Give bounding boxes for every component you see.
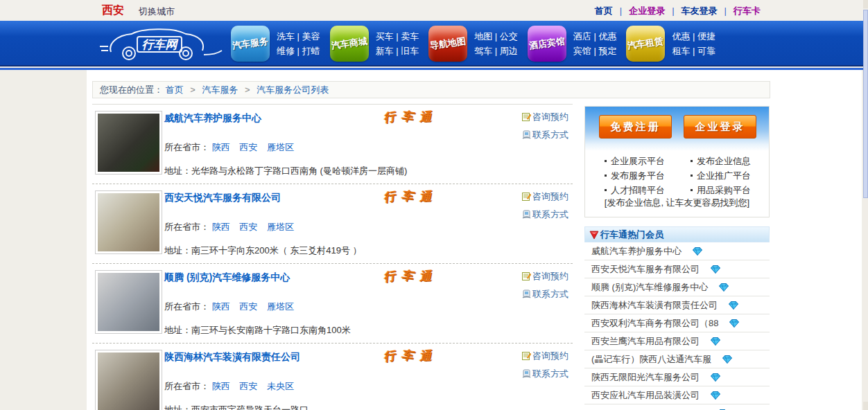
region-city-link[interactable]: 西安 [239, 142, 257, 152]
nav-sublink[interactable]: 驾车 | 周边 [474, 44, 518, 58]
member-row[interactable]: 西安应礼汽车用品装潢公司 [584, 386, 770, 404]
consult-booking-link[interactable]: 咨询预约 [522, 270, 578, 283]
consult-booking-link[interactable]: 咨询预约 [522, 350, 578, 362]
region-city-link[interactable]: 西安 [239, 301, 257, 312]
member-row[interactable]: 威航汽车养护服务中心 [584, 242, 770, 260]
member-row[interactable]: 顺腾 (别克)汽车维修服务中心 [584, 278, 770, 296]
breadcrumb-separator: > [245, 84, 250, 95]
top-link-company-login[interactable]: 企业登录 [629, 6, 665, 16]
company-login-button[interactable]: 企业登录 [684, 115, 756, 139]
contact-info-link[interactable]: 联系方式 [522, 368, 578, 380]
listing-title-link[interactable]: 陕西海林汽车装潢有限责任公司 [164, 351, 300, 364]
nav-group-services: 汽车服务 洗车 | 美容 维修 | 打蜡 [231, 26, 320, 62]
breadcrumb-car-services[interactable]: 汽车服务 [202, 84, 238, 95]
region-district-link[interactable]: 雁塔区 [267, 142, 294, 152]
nav-sublink[interactable]: 酒店 | 优惠 [573, 29, 617, 44]
listing-item: 西安天悦汽车服务有限公司 行车通 咨询预约 联系方式 所在省市： 陕西 西安 雁… [92, 184, 573, 264]
nav-sublinks: 洗车 | 美容 维修 | 打蜡 [277, 29, 320, 58]
listing-title-link[interactable]: 顺腾 (别克)汽车维修服务中心 [164, 271, 290, 284]
contact-info-link[interactable]: 联系方式 [522, 288, 578, 301]
listing-photo[interactable] [95, 190, 162, 254]
nav-button-car-services[interactable]: 汽车服务 [231, 26, 270, 62]
listing-title-link[interactable]: 西安天悦汽车服务有限公司 [164, 192, 281, 204]
listing-photo[interactable] [95, 350, 162, 410]
switch-city-link[interactable]: 切换城市 [139, 6, 175, 18]
nav-button-hotel[interactable]: 酒店宾馆 [528, 26, 566, 62]
feature-item: 企业展示平台 [605, 154, 665, 168]
xingchetong-badge-icon: 行车通 [383, 268, 467, 284]
nav-group-rental: 汽车租赁 优惠 | 便捷 租车 | 可靠 [626, 26, 715, 62]
consult-booking-link[interactable]: 咨询预约 [522, 190, 578, 203]
note-pencil-icon [522, 112, 531, 121]
region-province-link[interactable]: 陕西 [212, 222, 230, 232]
diamond-icon [729, 319, 739, 328]
member-row[interactable]: 西安兰鹰汽车用品有限公司 [584, 332, 770, 350]
region-district-link[interactable]: 雁塔区 [267, 301, 294, 312]
diamond-icon [722, 355, 732, 364]
nav-sublinks: 买车 | 卖车 新车 | 旧车 [376, 29, 419, 58]
nav-sublink[interactable]: 买车 | 卖车 [376, 29, 419, 44]
region-province-link[interactable]: 陕西 [212, 301, 230, 312]
listing-photo[interactable] [95, 270, 162, 334]
member-row-partial[interactable] [584, 404, 770, 410]
region-row: 所在省市： 陕西 西安 雁塔区 [164, 221, 301, 233]
xingchetong-badge-icon: 行车通 [383, 109, 467, 125]
region-province-link[interactable]: 陕西 [212, 142, 230, 152]
scrollbar-thumb[interactable] [863, 10, 868, 198]
member-row[interactable]: 西安双利汽车商务有限公司（88 [584, 314, 770, 332]
breadcrumb-company-list[interactable]: 汽车服务公司列表 [257, 84, 329, 95]
diamond-icon [729, 301, 738, 310]
top-link-xingcheka[interactable]: 行车卡 [734, 6, 761, 16]
red-pointer-icon [589, 231, 599, 240]
listing-item: 陕西海林汽车装潢有限责任公司 行车通 咨询预约 联系方式 所在省市： 陕西 西安… [92, 344, 573, 410]
nav-button-car-rental[interactable]: 汽车租赁 [626, 26, 665, 62]
top-link-driver-login[interactable]: 车友登录 [682, 6, 718, 16]
breadcrumb-home[interactable]: 首页 [166, 84, 184, 95]
nav-sublink[interactable]: 宾馆 | 预定 [573, 44, 617, 58]
feature-item: 企业推广平台 [691, 168, 751, 183]
nav-sublink[interactable]: 洗车 | 美容 [277, 29, 320, 44]
region-district-link[interactable]: 雁塔区 [267, 222, 294, 232]
nav-sublink[interactable]: 新车 | 旧车 [376, 44, 419, 58]
nav-sublink[interactable]: 维修 | 打蜡 [277, 44, 320, 58]
member-row[interactable]: 陕西海林汽车装潢有限责任公司 [584, 296, 770, 314]
top-link-home[interactable]: 首页 [595, 6, 613, 16]
hot-members-box: 行车通热门会员 威航汽车养护服务中心 西安天悦汽车服务有限公司 顺腾 (别克)汽… [584, 226, 770, 410]
region-city-link[interactable]: 西安 [239, 222, 257, 232]
note-pencil-icon [522, 271, 531, 280]
scrollbar[interactable] [863, 0, 868, 410]
feature-list-left: 企业展示平台 发布服务平台 人才招聘平台 [605, 154, 665, 197]
region-row: 所在省市： 陕西 西安 未央区 [164, 380, 301, 393]
feature-item: 发布企业信息 [691, 154, 751, 168]
free-register-button[interactable]: 免费注册 [599, 115, 672, 139]
nav-group-map: 导航地图 地图 | 公交 驾车 | 周边 [428, 26, 518, 62]
listing-title-link[interactable]: 威航汽车养护服务中心 [164, 112, 261, 125]
site-logo-car-icon[interactable]: 行车网 [98, 23, 223, 64]
listing-photo[interactable] [95, 111, 162, 175]
scrollbar-down-arrow[interactable] [863, 402, 868, 410]
phone-icon [522, 289, 531, 298]
contact-info-link[interactable]: 联系方式 [522, 208, 578, 221]
contact-info-link[interactable]: 联系方式 [522, 129, 578, 141]
company-listings: 威航汽车养护服务中心 行车通 咨询预约 联系方式 所在省市： 陕西 西安 雁塔区… [92, 104, 573, 410]
region-district-link[interactable]: 未央区 [267, 381, 294, 391]
region-city-link[interactable]: 西安 [239, 381, 257, 391]
nav-sublink[interactable]: 租车 | 可靠 [672, 44, 715, 58]
diamond-icon [711, 391, 720, 400]
scrollbar-up-arrow[interactable] [863, 0, 868, 8]
diamond-icon [711, 373, 720, 382]
member-row[interactable]: 陕西无限阳光汽车服务公司 [584, 368, 770, 386]
nav-button-navigation-map[interactable]: 导航地图 [428, 26, 467, 62]
nav-button-car-mall[interactable]: 汽车商城 [330, 26, 369, 62]
member-row[interactable]: (畾记车行）陕西八达通汽车服 [584, 350, 770, 368]
diamond-icon [711, 337, 720, 346]
region-label: 所在省市： [164, 222, 209, 232]
phone-icon [522, 210, 531, 219]
region-province-link[interactable]: 陕西 [212, 381, 230, 391]
member-row[interactable]: 西安天悦汽车服务有限公司 [584, 260, 770, 278]
nav-sublink[interactable]: 地图 | 公交 [474, 29, 518, 44]
nav-sublinks: 地图 | 公交 驾车 | 周边 [474, 29, 518, 58]
consult-booking-link[interactable]: 咨询预约 [522, 111, 578, 123]
promo-box: 免费注册 企业登录 企业展示平台 发布服务平台 人才招聘平台 发布企业信息 企业… [584, 106, 770, 217]
nav-sublink[interactable]: 优惠 | 便捷 [672, 29, 715, 44]
